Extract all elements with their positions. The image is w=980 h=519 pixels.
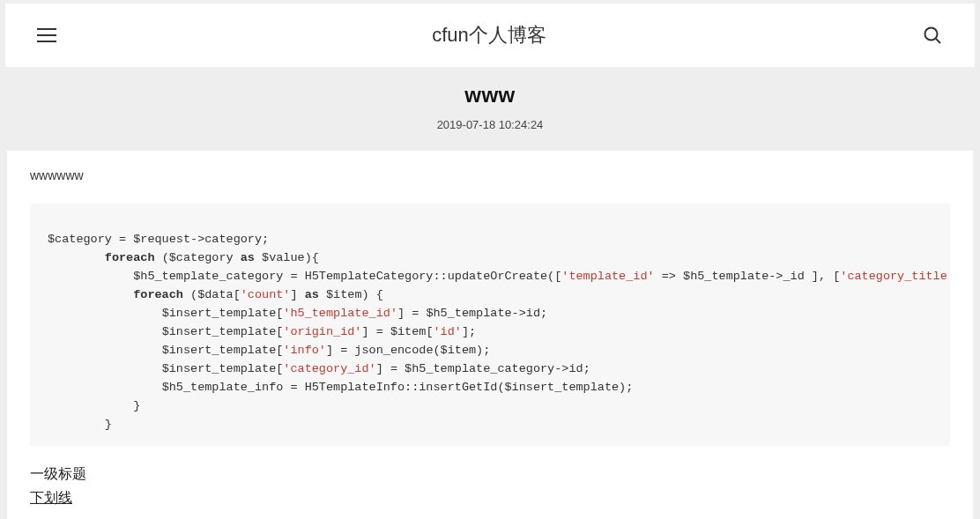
svg-line-1	[936, 39, 940, 43]
svg-point-0	[925, 28, 938, 41]
code-keyword: as	[305, 288, 319, 301]
code-string: 'info'	[283, 344, 326, 357]
code-keyword: foreach	[133, 288, 183, 301]
code-text: $h5_template_info = H5TemplateInfo::inse…	[162, 381, 634, 394]
code-text: ($category	[155, 251, 241, 264]
code-line: $category = $request->category;	[48, 233, 269, 246]
code-keyword: foreach	[105, 251, 155, 264]
code-block: $category = $request->category; foreach …	[30, 204, 950, 446]
code-text: ] = json_encode($item);	[326, 344, 490, 357]
code-text: $item) {	[319, 288, 383, 301]
code-string: 'id'	[434, 325, 462, 338]
post-meta: www 2019-07-18 10:24:24	[0, 67, 980, 140]
code-text: }	[133, 399, 140, 412]
code-string: 'h5_template_id'	[283, 307, 397, 320]
code-text: ] = $h5_template->id;	[397, 307, 547, 320]
code-string: 'count'	[241, 288, 291, 301]
page-title: www	[0, 83, 980, 108]
code-string: 'category_id'	[283, 362, 375, 375]
code-text: $insert_template[	[162, 307, 284, 320]
code-text: $h5_template_category = H5TemplateCatego…	[133, 270, 561, 283]
section-heading: 一级标题	[30, 465, 950, 484]
search-icon[interactable]	[922, 25, 943, 46]
intro-text: wwwwww	[30, 168, 950, 182]
site-title: cfun个人博客	[432, 22, 546, 48]
code-string: 'template_id'	[561, 270, 654, 283]
code-string: 'category_title'	[840, 270, 950, 283]
code-text: ($data[	[183, 288, 241, 301]
header-bar: cfun个人博客	[5, 4, 975, 67]
content-card: wwwwww $category = $request->category; f…	[7, 151, 973, 519]
code-text: $insert_template[	[162, 362, 284, 375]
code-string: 'origin_id'	[283, 325, 361, 338]
code-text: ]	[290, 288, 304, 301]
code-text: $insert_template[	[162, 325, 284, 338]
code-text: $value){	[255, 251, 319, 264]
code-text: ] = $item[	[361, 325, 433, 338]
menu-icon[interactable]	[37, 28, 56, 42]
post-timestamp: 2019-07-18 10:24:24	[0, 118, 980, 131]
underline-text: 下划线	[30, 489, 950, 508]
code-text: $insert_template[	[162, 344, 284, 357]
code-keyword: as	[241, 251, 255, 264]
code-text: ];	[462, 325, 476, 338]
code-text: ] = $h5_template_category->id;	[376, 362, 590, 375]
code-text: => $h5_template->_id ], [	[655, 270, 841, 283]
code-text: }	[105, 418, 112, 431]
